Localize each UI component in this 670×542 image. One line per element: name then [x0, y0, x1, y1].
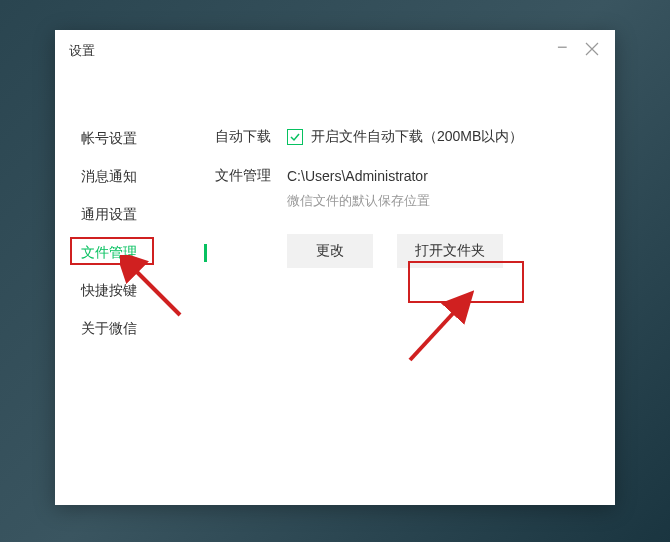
auto-download-label: 自动下载 [215, 128, 287, 146]
close-icon [585, 42, 599, 56]
active-indicator [204, 244, 207, 262]
settings-dialog: 设置 − 帐号设置 消息通知 通用设置 文件管理 快捷按键 关于微信 自动下载 [55, 30, 615, 505]
auto-download-checkbox-wrap: 开启文件自动下载（200MB以内） [287, 128, 523, 146]
titlebar: 设置 − [55, 30, 615, 72]
sidebar-item-general[interactable]: 通用设置 [77, 204, 185, 226]
sidebar-item-about[interactable]: 关于微信 [77, 318, 185, 340]
sidebar-item-file-management[interactable]: 文件管理 [77, 242, 185, 264]
open-folder-button[interactable]: 打开文件夹 [397, 234, 503, 268]
auto-download-checkbox[interactable] [287, 129, 303, 145]
sidebar-item-notifications[interactable]: 消息通知 [77, 166, 185, 188]
content-panel: 自动下载 开启文件自动下载（200MB以内） 文件管理 微信文件的默认保存位置 … [185, 128, 615, 340]
auto-download-row: 自动下载 开启文件自动下载（200MB以内） [215, 128, 595, 146]
minimize-button[interactable]: − [557, 44, 571, 58]
check-icon [290, 132, 300, 142]
change-button[interactable]: 更改 [287, 234, 373, 268]
file-path-input[interactable] [287, 166, 507, 186]
close-button[interactable] [585, 42, 601, 58]
file-management-label: 文件管理 [215, 167, 287, 185]
file-path-hint: 微信文件的默认保存位置 [287, 192, 595, 210]
auto-download-checkbox-label: 开启文件自动下载（200MB以内） [311, 128, 523, 146]
file-management-row: 文件管理 [215, 166, 595, 186]
sidebar-item-shortcuts[interactable]: 快捷按键 [77, 280, 185, 302]
dialog-body: 帐号设置 消息通知 通用设置 文件管理 快捷按键 关于微信 自动下载 开启文件自… [55, 72, 615, 340]
sidebar: 帐号设置 消息通知 通用设置 文件管理 快捷按键 关于微信 [55, 128, 185, 340]
sidebar-item-account[interactable]: 帐号设置 [77, 128, 185, 150]
button-row: 更改 打开文件夹 [287, 234, 595, 268]
window-title: 设置 [69, 42, 95, 60]
